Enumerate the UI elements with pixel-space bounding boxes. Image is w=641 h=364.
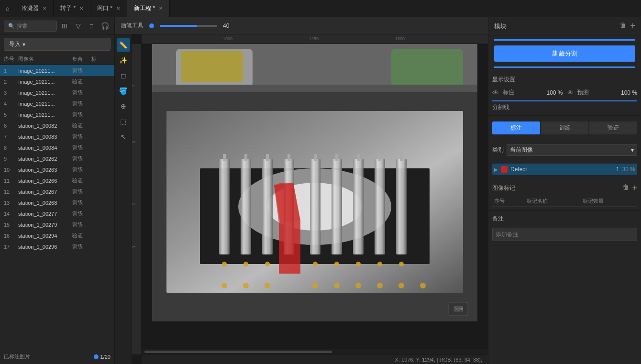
page-info: 1/20: [100, 354, 111, 360]
status-bar: X: 1076; Y: 1294; | RGB: (63, 34, 38);: [142, 354, 488, 364]
canvas-toolbar: 画笔工具 40: [115, 17, 488, 34]
page-indicator: 1/20: [94, 354, 111, 360]
tab-annotate[interactable]: 标注: [492, 121, 540, 134]
title-bar: ⌂ 冷凝器 ✕ 转子 * ✕ 网口 * ✕ 新工程 * ✕: [0, 0, 641, 17]
svg-point-46: [355, 283, 361, 288]
svg-point-31: [356, 262, 361, 266]
tab-new-project-close[interactable]: ✕: [159, 6, 163, 11]
canvas-area: 画笔工具 40 ✏️ ✨ ◻ 🪣 ⊕ ⬚ ↖ 1000: [115, 17, 488, 364]
notes-input[interactable]: [492, 228, 637, 241]
list-icon[interactable]: ≡: [86, 20, 97, 32]
annotated-label: 已标注图片: [4, 353, 30, 360]
notes-title: 备注: [492, 215, 504, 223]
file-row-8[interactable]: 8 station_1_00084 训练: [0, 142, 114, 153]
class-select[interactable]: 当前图像 ▾: [507, 144, 637, 156]
file-row-5[interactable]: 5 Image_20211... 训练: [0, 109, 114, 120]
annotation-add-icon[interactable]: +: [632, 183, 637, 193]
class-selection: 类别 当前图像 ▾: [488, 140, 641, 162]
svg-point-34: [377, 262, 382, 266]
brush-size-slider[interactable]: [160, 25, 217, 27]
file-row-16[interactable]: 16 station_1_00294 验证: [0, 230, 114, 241]
ruler-v-mark-0: 0: [132, 246, 136, 248]
sidebar-footer: 已标注图片 1/20: [0, 349, 114, 364]
svg-rect-50: [152, 44, 477, 92]
h-scrollbar[interactable]: [142, 349, 488, 354]
ruler-mark-1250: 1250: [309, 36, 319, 41]
file-row-6[interactable]: 6 station_1_00082 验证: [0, 120, 114, 131]
segment-bottom-bar: [494, 66, 635, 68]
svg-rect-13: [223, 154, 226, 161]
search-placeholder: 搜索: [17, 22, 27, 30]
file-row-4[interactable]: 4 Image_20211... 训练: [0, 98, 114, 109]
tab-train[interactable]: 训练: [541, 121, 589, 134]
annotation-tabs: 标注 训练 验证: [488, 116, 641, 140]
file-row-11[interactable]: 11 station_1_00266 验证: [0, 175, 114, 186]
file-row-14[interactable]: 14 station_1_00277 训练: [0, 208, 114, 219]
pencil-tool-label: 画笔工具: [121, 22, 144, 30]
file-row-2[interactable]: 2 Image_20211... 验证: [0, 76, 114, 87]
svg-rect-19: [266, 154, 269, 161]
tab-condenser-close[interactable]: ✕: [43, 6, 46, 11]
svg-point-44: [312, 283, 318, 288]
svg-rect-22: [287, 154, 290, 161]
tab-network[interactable]: 网口 * ✕: [90, 0, 127, 17]
pencil-tool-btn[interactable]: ✏️: [117, 38, 130, 52]
svg-rect-33: [378, 154, 381, 161]
ruler-v-mark-5: 5: [132, 141, 136, 143]
col-name: 图像名: [18, 55, 72, 63]
eraser-tool-btn[interactable]: ◻: [117, 69, 130, 82]
image-filter-icon[interactable]: ⊞: [59, 20, 70, 32]
file-row-3[interactable]: 3 Image_20211... 训练: [0, 87, 114, 98]
canvas-wrapper[interactable]: 1000 1250 1500 7 5 2 0: [132, 34, 488, 364]
brush-size-value: 40: [223, 22, 229, 29]
file-row-1[interactable]: 1 Image_20211... 训练: [0, 65, 114, 76]
module-delete-icon[interactable]: 🗑: [619, 21, 626, 31]
canvas-content: ✏️ ✨ ◻ 🪣 ⊕ ⬚ ↖ 1000 1250 1500: [115, 34, 488, 364]
file-row-13[interactable]: 13 station_1_00268 训练: [0, 197, 114, 208]
svg-point-47: [377, 283, 383, 288]
module-add-icon[interactable]: +: [630, 21, 635, 31]
segment-section: 訓鹼分割: [488, 35, 641, 72]
tab-rotor-close[interactable]: ✕: [79, 6, 83, 11]
defect-row-1[interactable]: ▶ Defect 1 30 %: [492, 164, 637, 175]
class-select-chevron: ▾: [631, 147, 634, 154]
h-scrollbar-thumb[interactable]: [144, 351, 332, 353]
filter-icon[interactable]: ▽: [72, 20, 84, 32]
rect-select-tool-btn[interactable]: ⬚: [117, 115, 130, 128]
divider-line: [492, 100, 637, 101]
home-button[interactable]: ⌂: [0, 0, 15, 17]
predict-eye-icon[interactable]: 👁: [567, 89, 574, 97]
tab-rotor[interactable]: 转子 * ✕: [54, 0, 90, 17]
ruler-horizontal: 1000 1250 1500: [142, 34, 488, 44]
annotation-delete-icon[interactable]: 🗑: [622, 183, 629, 193]
file-row-12[interactable]: 12 station_1_00267 训练: [0, 186, 114, 197]
import-button[interactable]: 导入 ▾: [4, 38, 111, 51]
file-row-15[interactable]: 15 station_1_00279 训练: [0, 219, 114, 230]
canvas-image[interactable]: ⌨: [152, 44, 477, 321]
notes-section: 备注: [488, 211, 641, 245]
tab-verify[interactable]: 验证: [589, 121, 637, 134]
search-input[interactable]: 🔍 搜索: [4, 21, 57, 32]
magic-wand-tool-btn[interactable]: ✨: [117, 54, 130, 67]
coordinate-display: X: 1076; Y: 1294; | RGB: (63, 34, 38);: [395, 357, 482, 363]
tab-network-close[interactable]: ✕: [116, 6, 120, 11]
paint-bucket-tool-btn[interactable]: 🪣: [117, 84, 130, 98]
file-row-10[interactable]: 10 station_1_00263 训练: [0, 164, 114, 175]
headphones-icon[interactable]: 🎧: [99, 20, 111, 32]
tab-new-project[interactable]: 新工程 * ✕: [127, 0, 170, 17]
ruler-vertical: 7 5 2 0: [132, 44, 142, 354]
label-pct: 100 %: [546, 89, 563, 96]
crosshair-tool-btn[interactable]: ⊕: [117, 99, 130, 113]
tab-condenser[interactable]: 冷凝器 ✕: [15, 0, 54, 17]
segment-button[interactable]: 訓鹼分割: [494, 45, 635, 62]
slider-dot: [149, 23, 154, 28]
svg-rect-27: [335, 154, 338, 161]
image-viewport: ⌨: [142, 44, 488, 349]
col-id: 序号: [4, 55, 18, 63]
file-row-9[interactable]: 9 station_1_00262 训练: [0, 153, 114, 164]
file-row-7[interactable]: 7 station_1_00083 训练: [0, 131, 114, 142]
pointer-tool-btn[interactable]: ↖: [117, 130, 130, 143]
class-select-value: 当前图像: [510, 146, 533, 154]
label-eye-icon[interactable]: 👁: [492, 89, 499, 97]
file-row-17[interactable]: 17 station_1_00296 训练: [0, 241, 114, 252]
